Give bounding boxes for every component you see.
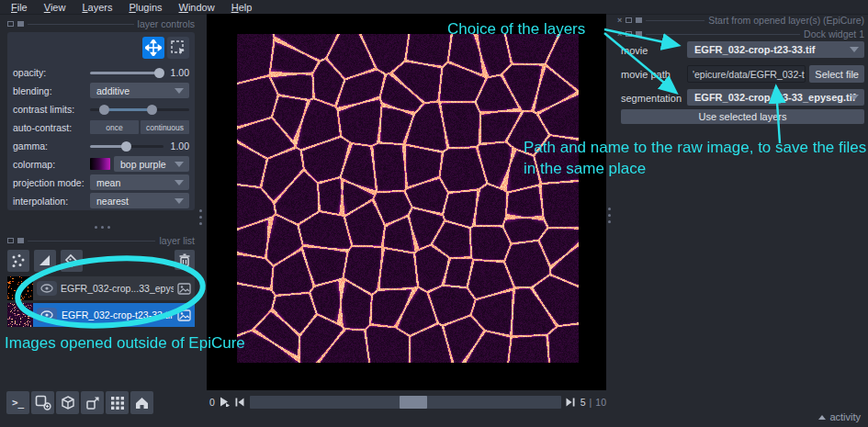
- movie-dropdown[interactable]: EGFR_032-crop-t23-33.tif: [687, 41, 864, 58]
- layer-thumbnail: [7, 276, 33, 300]
- segmentation-field: EGFR_032-crop-t23-33_epyseg.tif: [687, 89, 864, 106]
- hide-dock-icon[interactable]: [636, 31, 642, 37]
- layer-visibility-button[interactable]: [37, 281, 57, 296]
- frame-slider-track[interactable]: [250, 396, 561, 409]
- interpolation-row: interpolation: nearest: [13, 192, 189, 209]
- gamma-slider[interactable]: [90, 140, 163, 152]
- ndisplay-icon: [35, 395, 51, 411]
- panel-splitter-handle[interactable]: [92, 226, 112, 229]
- step-forward-button[interactable]: [565, 396, 577, 408]
- viewer-toolbar: >_: [6, 391, 153, 414]
- segmentation-value: EGFR_032-crop-t23-33_epyseg.tif: [694, 92, 855, 103]
- movie-path-label: movie path: [621, 69, 671, 80]
- menu-help[interactable]: Help: [224, 1, 260, 14]
- layer-thumbnail: [7, 303, 33, 327]
- float-dock-icon[interactable]: [626, 17, 632, 23]
- movie-path-input[interactable]: 'epicure/data/EGFR_032-t1-50.tif: [687, 65, 806, 83]
- gamma-label: gamma:: [13, 140, 90, 152]
- blending-row: blending: additive: [13, 82, 189, 99]
- roll-dimensions-button[interactable]: [56, 391, 79, 414]
- pan-zoom-button[interactable]: [142, 37, 164, 59]
- current-frame-label: 5: [581, 397, 586, 408]
- header-line: [646, 34, 800, 35]
- layer-row-movie[interactable]: EGFR_032-crop-t23-33.tif: [7, 303, 195, 327]
- header-line: [28, 241, 155, 242]
- blending-dropdown[interactable]: additive: [90, 83, 189, 98]
- interpolation-dropdown[interactable]: nearest: [90, 193, 189, 208]
- right-dock-splitter-handle[interactable]: [608, 208, 611, 223]
- gamma-value: 1.00: [163, 140, 189, 152]
- menu-view[interactable]: View: [37, 1, 73, 14]
- frame-start-label: 0: [209, 397, 215, 408]
- close-icon[interactable]: ×: [617, 31, 622, 37]
- console-icon: >_: [12, 397, 24, 409]
- header-line: [28, 24, 134, 25]
- hide-dock-icon[interactable]: [17, 238, 24, 243]
- hide-dock-icon[interactable]: [17, 21, 24, 27]
- new-labels-layer-button[interactable]: [61, 250, 83, 272]
- layer-row-epyseg[interactable]: EGFR_032-crop...33_epyseg.tif: [7, 276, 195, 300]
- home-button[interactable]: [130, 391, 153, 414]
- hide-dock-icon[interactable]: [636, 17, 642, 23]
- viewer-canvas[interactable]: [207, 14, 606, 390]
- auto-contrast-once-button[interactable]: once: [90, 120, 139, 134]
- auto-contrast-label: auto-contrast:: [13, 122, 90, 133]
- left-dock-splitter-handle[interactable]: [199, 209, 202, 225]
- projection-mode-dropdown[interactable]: mean: [90, 174, 189, 190]
- step-back-button[interactable]: [234, 396, 246, 408]
- layer-visibility-button[interactable]: [37, 308, 57, 322]
- cell-image: [237, 34, 579, 363]
- float-dock-icon[interactable]: [7, 21, 14, 27]
- home-icon: [134, 396, 150, 410]
- transform-button[interactable]: [167, 37, 189, 59]
- chevron-down-icon: [850, 95, 859, 100]
- projection-mode-row: projection mode: mean: [13, 174, 189, 191]
- frame-slider-handle[interactable]: [400, 396, 427, 409]
- opacity-label: opacity:: [13, 67, 90, 78]
- menu-plugins[interactable]: Plugins: [121, 1, 169, 14]
- new-points-layer-button[interactable]: [7, 250, 29, 272]
- frame-slider-bar: 0 5 | 10: [209, 394, 606, 410]
- colormap-value: bop purple: [120, 159, 166, 170]
- chevron-down-icon: [175, 88, 184, 94]
- delete-layer-button[interactable]: [175, 250, 195, 270]
- menu-layers[interactable]: Layers: [74, 1, 119, 14]
- new-shapes-layer-button[interactable]: [34, 250, 56, 272]
- select-file-button[interactable]: Select file: [809, 65, 864, 83]
- epicure-dock-header: × Start from opened layer(s) (EpiCure): [617, 15, 864, 26]
- auto-contrast-continuous-button[interactable]: continuous: [141, 120, 189, 134]
- layer-controls-header: layer controls: [7, 18, 195, 29]
- activity-label: activity: [829, 411, 861, 422]
- contrast-limits-slider[interactable]: [90, 104, 189, 115]
- transpose-icon: [85, 395, 101, 411]
- image-layer-icon: [177, 309, 191, 321]
- total-frames-label: 10: [595, 397, 606, 408]
- close-icon[interactable]: ×: [617, 17, 622, 23]
- colormap-dropdown[interactable]: bop purple: [114, 156, 189, 172]
- step-forward-icon: [566, 398, 575, 407]
- menu-file[interactable]: File: [4, 1, 35, 14]
- layer-name: EGFR_032-crop-t23-33.tif: [61, 309, 174, 320]
- ndisplay-toggle-button[interactable]: [31, 391, 54, 414]
- transpose-dimensions-button[interactable]: [81, 391, 104, 414]
- segmentation-label: segmentation: [621, 93, 682, 104]
- image-layer-icon: [177, 283, 191, 295]
- segmentation-dropdown[interactable]: EGFR_032-crop-t23-33_epyseg.tif: [687, 89, 864, 106]
- float-dock-icon[interactable]: [7, 238, 14, 243]
- layer-controls-title: layer controls: [138, 18, 195, 29]
- blending-label: blending:: [13, 85, 90, 96]
- header-line: [646, 20, 705, 21]
- colormap-label: colormap:: [13, 159, 90, 170]
- play-button[interactable]: [219, 396, 231, 408]
- float-dock-icon[interactable]: [626, 31, 632, 37]
- cube-icon: [60, 395, 76, 411]
- activity-toggle[interactable]: activity: [818, 411, 861, 422]
- opacity-slider[interactable]: [90, 67, 163, 78]
- layer-controls-panel: opacity: 1.00 blending: additive contras…: [7, 32, 195, 210]
- console-button[interactable]: >_: [6, 391, 29, 414]
- eye-icon: [40, 310, 53, 320]
- grid-view-button[interactable]: [106, 391, 129, 414]
- menu-window[interactable]: Window: [172, 1, 222, 14]
- pan-arrows-icon: [145, 39, 162, 56]
- use-selected-layers-button[interactable]: Use selected layers: [621, 109, 864, 124]
